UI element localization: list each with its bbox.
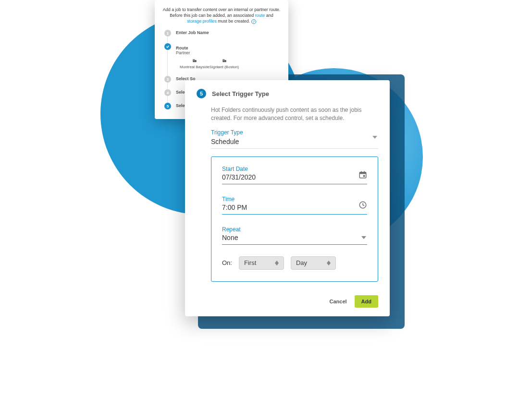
- svg-rect-7: [224, 60, 226, 62]
- repeat-on-row: On: First Day: [222, 256, 367, 270]
- schedule-settings-box: Start Date 07/31/2020 Time 7:00 PM Repea…: [211, 156, 378, 282]
- svg-marker-12: [372, 136, 377, 139]
- field-value: First: [244, 259, 256, 266]
- on-day-select[interactable]: Day: [291, 256, 336, 270]
- chevron-down-icon: [372, 136, 377, 139]
- cancel-button[interactable]: Cancel: [327, 296, 350, 307]
- step-enter-job-name[interactable]: 1 Enter Job Name: [164, 30, 281, 36]
- step-number-badge: 1: [164, 30, 171, 36]
- step-label: Enter Job Name: [176, 30, 209, 35]
- svg-rect-16: [364, 171, 365, 173]
- check-icon: [164, 43, 171, 50]
- step-number-badge: 5: [164, 103, 171, 109]
- panel-title: Select Trigger Type: [212, 90, 269, 97]
- panel-actions: Cancel Add: [185, 282, 390, 316]
- route-dest-node: Signiant (Boston): [210, 58, 239, 69]
- svg-rect-14: [359, 172, 366, 174]
- route-diagram: Montreal Bayside Signiant (Boston): [180, 58, 239, 69]
- field-label: Trigger Type: [211, 129, 378, 136]
- select-trigger-panel: 5 Select Trigger Type Hot Folders contin…: [185, 80, 390, 316]
- svg-rect-3: [194, 60, 195, 60]
- field-value: 07/31/2020: [222, 173, 367, 184]
- intro-text: and: [265, 13, 273, 18]
- storage-profiles-link[interactable]: storage profiles: [187, 19, 217, 24]
- svg-rect-9: [223, 60, 224, 60]
- svg-marker-21: [275, 263, 279, 265]
- start-date-field[interactable]: Start Date 07/31/2020: [222, 166, 367, 184]
- field-label: Time: [222, 196, 367, 203]
- svg-rect-11: [223, 60, 224, 61]
- repeat-select[interactable]: Repeat None: [222, 226, 367, 245]
- route-link[interactable]: route: [255, 13, 265, 18]
- svg-rect-0: [193, 60, 195, 62]
- step-number-badge: 3: [164, 76, 171, 83]
- on-ordinal-select[interactable]: First: [239, 256, 284, 270]
- field-label: Repeat: [222, 226, 367, 233]
- step-label: Route: [176, 45, 243, 50]
- calendar-icon[interactable]: [358, 170, 367, 179]
- svg-marker-23: [327, 263, 331, 265]
- intro-text: must be created.: [217, 19, 251, 24]
- help-icon[interactable]: ?: [251, 19, 256, 24]
- step-number-badge: 5: [197, 89, 206, 98]
- building-icon: [221, 58, 228, 63]
- field-value: Schedule: [211, 137, 378, 148]
- stepper-icon: [327, 259, 332, 267]
- trigger-type-select[interactable]: Trigger Type Schedule: [211, 129, 378, 149]
- add-button[interactable]: Add: [355, 295, 378, 308]
- svg-rect-10: [223, 60, 223, 61]
- step-sublabel: Partner: [176, 50, 243, 55]
- svg-rect-6: [222, 60, 224, 62]
- svg-marker-19: [361, 236, 366, 239]
- field-value: None: [222, 234, 367, 244]
- svg-rect-15: [361, 171, 362, 173]
- svg-rect-17: [363, 175, 365, 177]
- wizard-intro: Add a job to transfer content over an in…: [162, 7, 281, 24]
- svg-rect-4: [193, 60, 194, 61]
- svg-rect-2: [193, 60, 194, 60]
- route-source-node: Montreal Bayside: [180, 58, 210, 69]
- route-dest-label: Signiant (Boston): [210, 65, 239, 69]
- svg-rect-5: [194, 60, 195, 61]
- route-source-label: Montreal Bayside: [180, 65, 210, 69]
- chevron-down-icon: [361, 236, 366, 239]
- step-route[interactable]: Route Partner Montreal Bayside Signiant …: [164, 43, 281, 69]
- field-value: 7:00 PM: [222, 204, 367, 214]
- panel-description: Hot Folders continuously push content as…: [185, 98, 390, 124]
- step-number-badge: 4: [164, 89, 171, 96]
- svg-rect-8: [223, 60, 223, 60]
- clock-icon[interactable]: [358, 201, 367, 209]
- on-label: On:: [222, 259, 232, 266]
- field-label: Start Date: [222, 166, 367, 172]
- svg-rect-1: [195, 60, 196, 62]
- stepper-icon: [275, 259, 280, 267]
- route-connection-line: [207, 60, 207, 61]
- field-value: Day: [296, 259, 307, 266]
- building-icon: [191, 58, 198, 63]
- time-field[interactable]: Time 7:00 PM: [222, 196, 367, 215]
